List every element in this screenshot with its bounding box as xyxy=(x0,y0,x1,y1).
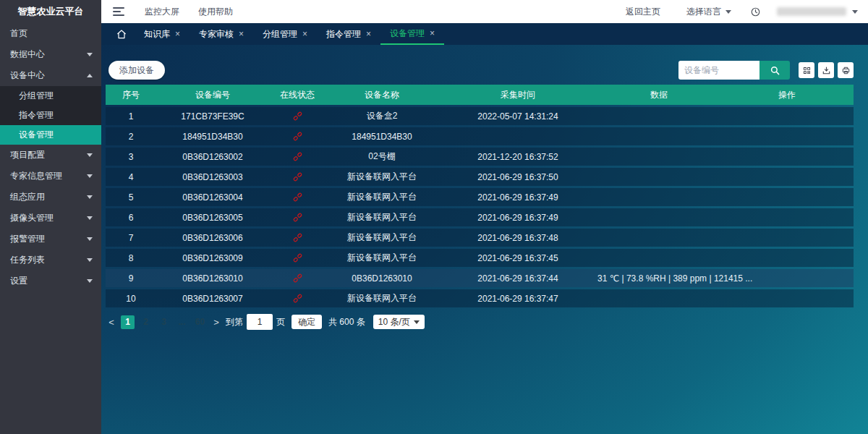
goto-label: 到第 xyxy=(226,316,243,328)
link-off-icon xyxy=(292,171,303,182)
chevron-down-icon xyxy=(87,258,93,262)
close-icon[interactable]: × xyxy=(302,29,307,39)
close-icon[interactable]: × xyxy=(366,29,371,39)
sidebar-item-label: 设备中心 xyxy=(10,69,45,82)
column-header: 操作 xyxy=(720,89,854,101)
print-button[interactable] xyxy=(838,62,854,78)
collapse-menu-icon[interactable] xyxy=(113,7,126,16)
online-status-cell xyxy=(269,232,326,243)
sidebar-item-11[interactable]: 任务列表 xyxy=(0,250,101,271)
device-id-cell: 184951D34B30 xyxy=(156,132,269,142)
tab-2[interactable]: 分组管理× xyxy=(253,23,317,45)
table-row-4: 40B36D1263003 新设备联网入平台2021-06-29 16:37:5… xyxy=(106,168,854,186)
add-device-button[interactable]: 添加设备 xyxy=(109,61,165,80)
online-status-cell xyxy=(269,273,326,284)
topbar-item-help[interactable]: 使用帮助 xyxy=(198,6,233,18)
sidebar-item-label: 首页 xyxy=(10,27,27,40)
link-off-icon xyxy=(292,252,303,263)
page-button-3[interactable]: 3 xyxy=(157,315,171,329)
sidebar-item-1[interactable]: 数据中心 xyxy=(0,44,101,65)
pagination: < 123...60 > 到第 页 确定 共 600 条 10 条/页 xyxy=(106,314,854,330)
close-icon[interactable]: × xyxy=(239,29,244,39)
tab-1[interactable]: 专家审核× xyxy=(190,23,253,45)
app-window: 智慧农业云平台 首页数据中心设备中心分组管理指令管理设备管理项目配置专家信息管理… xyxy=(0,0,868,434)
page-button-...[interactable]: ... xyxy=(175,315,189,329)
tab-list: 知识库×专家审核×分组管理×指令管理×设备管理× xyxy=(135,23,444,45)
sidebar-item-label: 项目配置 xyxy=(10,149,45,161)
sidebar-item-2[interactable]: 设备中心 xyxy=(0,65,101,86)
printer-icon xyxy=(841,66,851,75)
page-button-60[interactable]: 60 xyxy=(193,315,207,329)
index-cell: 10 xyxy=(106,294,156,304)
index-cell: 3 xyxy=(106,152,156,162)
table-row-1: 1171CB73FE39C 设备盒22022-05-07 14:31:24 xyxy=(106,107,854,125)
sidebar-item-label: 报警管理 xyxy=(10,233,45,245)
clock-button[interactable] xyxy=(750,7,761,17)
time-cell: 2021-06-29 16:37:49 xyxy=(438,192,597,203)
online-status-cell xyxy=(269,192,326,203)
tab-3[interactable]: 指令管理× xyxy=(317,23,380,45)
search-icon xyxy=(770,65,780,76)
sidebar-menu: 首页数据中心设备中心分组管理指令管理设备管理项目配置专家信息管理组态应用摄像头管… xyxy=(0,23,101,292)
link-off-icon xyxy=(292,212,303,223)
index-cell: 2 xyxy=(106,132,156,142)
chevron-down-icon xyxy=(87,53,93,56)
tab-0[interactable]: 知识库× xyxy=(135,23,190,45)
sidebar-item-0[interactable]: 首页 xyxy=(0,23,101,44)
sidebar-item-4[interactable]: 指令管理 xyxy=(0,106,101,125)
link-off-icon xyxy=(292,273,303,284)
close-icon[interactable]: × xyxy=(430,28,435,38)
page-size-select[interactable]: 10 条/页 xyxy=(373,315,425,329)
sidebar-item-7[interactable]: 专家信息管理 xyxy=(0,166,101,187)
content: 添加设备 xyxy=(101,45,868,434)
sidebar-item-9[interactable]: 摄像头管理 xyxy=(0,208,101,229)
name-cell: 设备盒2 xyxy=(326,110,438,122)
qr-code-button[interactable] xyxy=(799,62,814,78)
caret-down-icon xyxy=(852,10,858,14)
page-button-2[interactable]: 2 xyxy=(139,315,153,329)
sidebar-item-10[interactable]: 报警管理 xyxy=(0,229,101,250)
table-row-3: 30B36D1263002 02号棚2021-12-20 16:37:52 xyxy=(106,148,854,166)
tab-label: 知识库 xyxy=(144,28,170,41)
language-select[interactable]: 选择语言 xyxy=(686,6,731,18)
topbar: 监控大屏 使用帮助 返回主页 选择语言 xyxy=(101,0,868,23)
tab-4[interactable]: 设备管理× xyxy=(380,23,444,45)
sidebar-item-8[interactable]: 组态应用 xyxy=(0,187,101,208)
device-id-cell: 0B36D1263009 xyxy=(156,253,269,263)
goto-page-input[interactable] xyxy=(247,314,273,330)
link-off-icon xyxy=(292,131,303,142)
column-header: 设备编号 xyxy=(156,89,269,101)
tab-label: 专家审核 xyxy=(199,28,234,41)
sidebar-item-label: 指令管理 xyxy=(19,109,54,122)
device-table: 序号设备编号在线状态设备名称采集时间数据操作 1171CB73FE39C 设备盒… xyxy=(106,85,854,307)
main-area: 监控大屏 使用帮助 返回主页 选择语言 xyxy=(101,0,868,434)
name-cell: 新设备联网入平台 xyxy=(326,211,438,224)
search-input[interactable] xyxy=(678,61,760,80)
page-button-1[interactable]: 1 xyxy=(121,315,135,329)
back-home-link[interactable]: 返回主页 xyxy=(626,6,660,18)
sidebar-item-6[interactable]: 项目配置 xyxy=(0,145,101,166)
next-page-button[interactable]: > xyxy=(210,317,222,328)
sidebar-item-12[interactable]: 设置 xyxy=(0,271,101,292)
search-button[interactable] xyxy=(760,61,790,80)
sidebar-item-3[interactable]: 分组管理 xyxy=(0,86,101,106)
device-id-cell: 0B36D1263005 xyxy=(156,213,269,223)
link-off-icon xyxy=(292,111,303,122)
export-button[interactable] xyxy=(818,62,834,78)
prev-page-button[interactable]: < xyxy=(106,317,117,328)
user-menu[interactable] xyxy=(777,7,858,16)
tab-label: 指令管理 xyxy=(326,28,361,41)
bar xyxy=(113,14,124,16)
sidebar-item-label: 专家信息管理 xyxy=(10,170,62,182)
name-cell: 0B36D1263010 xyxy=(326,273,438,284)
tab-label: 设备管理 xyxy=(390,27,425,40)
link-off-icon xyxy=(292,192,303,203)
home-tab[interactable] xyxy=(109,23,135,45)
chevron-down-icon xyxy=(87,216,93,220)
chevron-down-icon xyxy=(87,153,93,157)
sidebar-item-5[interactable]: 设备管理 xyxy=(0,125,101,145)
close-icon[interactable]: × xyxy=(175,29,180,39)
clock-icon xyxy=(750,7,761,17)
topbar-item-monitor-screen[interactable]: 监控大屏 xyxy=(145,6,179,18)
confirm-button[interactable]: 确定 xyxy=(292,315,322,329)
